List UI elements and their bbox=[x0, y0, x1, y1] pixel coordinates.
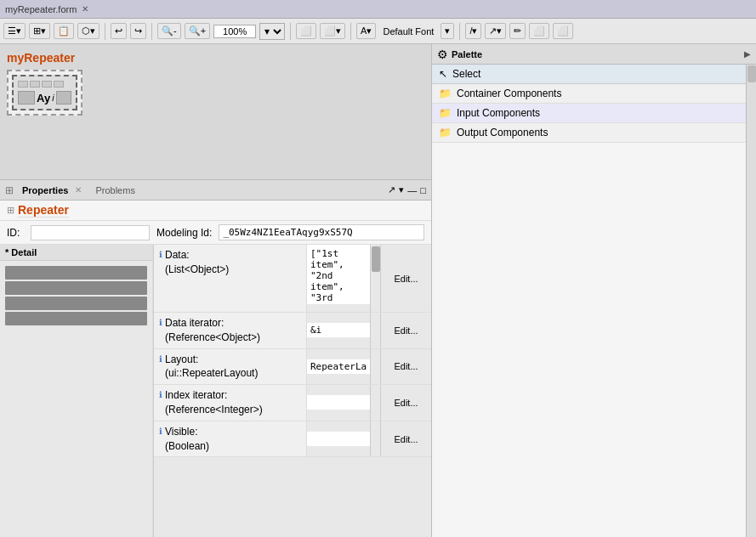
prop-edit-index[interactable]: Edit... bbox=[380, 385, 431, 421]
prop-label-layout-type: (ui::RepeaterLayout) bbox=[165, 366, 258, 381]
toolbar-separator-5 bbox=[459, 23, 460, 40]
palette-category-label-1: Container Components bbox=[457, 88, 561, 99]
props-header-icons: ↗ ▾ — □ bbox=[388, 184, 426, 195]
prop-input-layout[interactable] bbox=[307, 359, 370, 374]
props-new-window-btn[interactable]: ↗ bbox=[388, 184, 395, 195]
prop-label-index: ℹ Index iterator: (Reference<Integer>) bbox=[154, 385, 307, 421]
properties-close-icon[interactable]: ✕ bbox=[75, 185, 82, 195]
toolbar: ☰▾ ⊞▾ 📋 ⬡▾ ↩ ↪ 🔍- 🔍+ ▾ ⬜ ⬜▾ A▾ Default F… bbox=[0, 19, 756, 44]
toolbar-separator-4 bbox=[350, 23, 351, 40]
arrow-btn[interactable]: ↗▾ bbox=[485, 23, 506, 39]
layout-scrolltrack bbox=[370, 349, 380, 385]
fill-btn[interactable]: ⬜ bbox=[553, 23, 573, 39]
prop-row-iterator: ℹ Data iterator: (Reference<Object>) Edi… bbox=[154, 313, 431, 349]
repeater-icon: ⊞ bbox=[7, 205, 14, 216]
prop-row-layout: ℹ Layout: (ui::RepeaterLayout) Edit... bbox=[154, 349, 431, 386]
zoom-out-button[interactable]: 🔍- bbox=[157, 23, 181, 39]
detail-item-3[interactable] bbox=[5, 297, 147, 310]
properties-tab[interactable]: Properties bbox=[22, 185, 68, 195]
zoom-dropdown[interactable]: ▾ bbox=[259, 23, 285, 40]
right-panel: ⚙ Palette ▶ ↖ Select 📁 Container Compone… bbox=[432, 44, 756, 537]
toolbar-btn-2[interactable]: ⊞▾ bbox=[29, 23, 50, 39]
toolbar-btn-3[interactable]: 📋 bbox=[54, 23, 74, 39]
info-icon-index: ℹ bbox=[159, 389, 162, 401]
eraser-btn[interactable]: ⬜ bbox=[529, 23, 549, 39]
prop-label-iterator-text: Data iterator: bbox=[165, 316, 260, 331]
left-panel: myRepeater Ay i bbox=[0, 44, 432, 537]
prop-label-visible-text: Visible: bbox=[165, 425, 209, 439]
prop-input-visible[interactable] bbox=[307, 432, 370, 446]
redo-button[interactable]: ↪ bbox=[130, 23, 146, 39]
prop-label-iterator: ℹ Data iterator: (Reference<Object>) bbox=[154, 313, 307, 348]
props-minimize-btn[interactable]: — bbox=[407, 184, 417, 195]
visible-scrolltrack bbox=[370, 421, 380, 457]
prop-input-iterator[interactable] bbox=[307, 323, 370, 337]
close-icon[interactable]: ✕ bbox=[82, 4, 88, 14]
props-menu-btn[interactable]: ▾ bbox=[399, 184, 404, 195]
prop-row-visible: ℹ Visible: (Boolean) Edit... bbox=[154, 421, 431, 458]
palette-folder-icon-3: 📁 bbox=[439, 127, 452, 138]
props-content: * Detail ℹ Data: (List<Object>) bbox=[0, 245, 431, 537]
toolbar-btn-4[interactable]: ⬡▾ bbox=[77, 23, 99, 39]
props-maximize-btn[interactable]: □ bbox=[420, 184, 426, 195]
prop-value-iterator: Edit... bbox=[307, 313, 431, 348]
palette-select-row[interactable]: ↖ Select bbox=[432, 65, 756, 84]
palette-folder-icon-2: 📁 bbox=[439, 107, 452, 119]
id-input[interactable] bbox=[31, 225, 150, 240]
id-label: ID: bbox=[7, 227, 24, 239]
prop-label-iterator-type: (Reference<Object>) bbox=[165, 331, 260, 345]
repeater-title: Repeater bbox=[18, 203, 69, 218]
palette-collapse-icon[interactable]: ▶ bbox=[744, 49, 751, 59]
palette-folder-icon-1: 📁 bbox=[439, 88, 452, 99]
line-btn[interactable]: /▾ bbox=[465, 23, 481, 39]
data-scrollthumb[interactable] bbox=[372, 246, 380, 272]
prop-label-index-type: (Reference<Integer>) bbox=[165, 403, 263, 417]
palette-category-output[interactable]: 📁 Output Components bbox=[432, 123, 756, 143]
modeling-id-input[interactable] bbox=[219, 224, 424, 240]
modeling-id-label: Modeling Id: bbox=[156, 227, 212, 239]
detail-item-1[interactable] bbox=[5, 266, 147, 280]
prop-value-data: ["1st item", "2nd item", "3rd item"] Edi… bbox=[307, 245, 431, 312]
prop-edit-layout[interactable]: Edit... bbox=[380, 349, 431, 385]
prop-row-index: ℹ Index iterator: (Reference<Integer>) E… bbox=[154, 385, 431, 421]
palette-select-label: Select bbox=[452, 68, 480, 80]
prop-label-layout: ℹ Layout: (ui::RepeaterLayout) bbox=[154, 349, 307, 385]
info-icon-layout: ℹ bbox=[159, 353, 162, 365]
palette-category-container[interactable]: 📁 Container Components bbox=[432, 84, 756, 104]
prop-label-index-text: Index iterator: bbox=[165, 388, 263, 403]
detail-item-2[interactable] bbox=[5, 281, 147, 295]
prop-edit-data[interactable]: Edit... bbox=[380, 245, 431, 312]
properties-header: ⊞ Properties ✕ Problems ↗ ▾ — □ bbox=[0, 180, 431, 201]
prop-label-data: ℹ Data: (List<Object>) bbox=[154, 245, 307, 312]
prop-edit-iterator[interactable]: Edit... bbox=[380, 313, 431, 348]
palette-category-label-3: Output Components bbox=[457, 127, 548, 138]
text-btn[interactable]: A▾ bbox=[356, 23, 376, 39]
zoom-in-button[interactable]: 🔍+ bbox=[185, 23, 210, 39]
toolbar-separator-1 bbox=[105, 23, 105, 40]
prop-edit-visible[interactable]: Edit... bbox=[380, 421, 431, 457]
props-main: ℹ Data: (List<Object>) ["1st item", "2nd… bbox=[153, 245, 431, 537]
pencil-btn[interactable]: ✏ bbox=[509, 23, 526, 39]
frame-btn-2[interactable]: ⬜▾ bbox=[320, 23, 345, 39]
palette-scroll-thumb[interactable] bbox=[747, 65, 756, 82]
select-cursor-icon: ↖ bbox=[439, 68, 447, 80]
palette-category-label-2: Input Components bbox=[457, 107, 540, 119]
font-drop[interactable]: ▾ bbox=[441, 23, 454, 39]
problems-tab[interactable]: Problems bbox=[95, 185, 134, 195]
prop-input-index[interactable] bbox=[307, 395, 370, 410]
iterator-scrolltrack bbox=[370, 313, 380, 348]
palette-scrollbar[interactable] bbox=[746, 65, 756, 537]
info-icon-visible: ℹ bbox=[159, 426, 162, 438]
palette-category-input[interactable]: 📁 Input Components bbox=[432, 104, 756, 123]
detail-item-4[interactable] bbox=[5, 312, 147, 325]
prop-value-index: Edit... bbox=[307, 385, 431, 421]
undo-button[interactable]: ↩ bbox=[111, 23, 127, 39]
frame-btn[interactable]: ⬜ bbox=[296, 23, 316, 39]
toolbar-btn-1[interactable]: ☰▾ bbox=[3, 23, 26, 39]
prop-inputwrap-index bbox=[307, 385, 370, 421]
canvas-area: myRepeater Ay i bbox=[0, 44, 431, 180]
palette-title: Palette bbox=[452, 49, 744, 59]
zoom-input[interactable] bbox=[213, 25, 256, 38]
data-scrolltrack bbox=[370, 245, 380, 312]
prop-input-data[interactable]: ["1st item", "2nd item", "3rd item"] bbox=[307, 245, 370, 304]
